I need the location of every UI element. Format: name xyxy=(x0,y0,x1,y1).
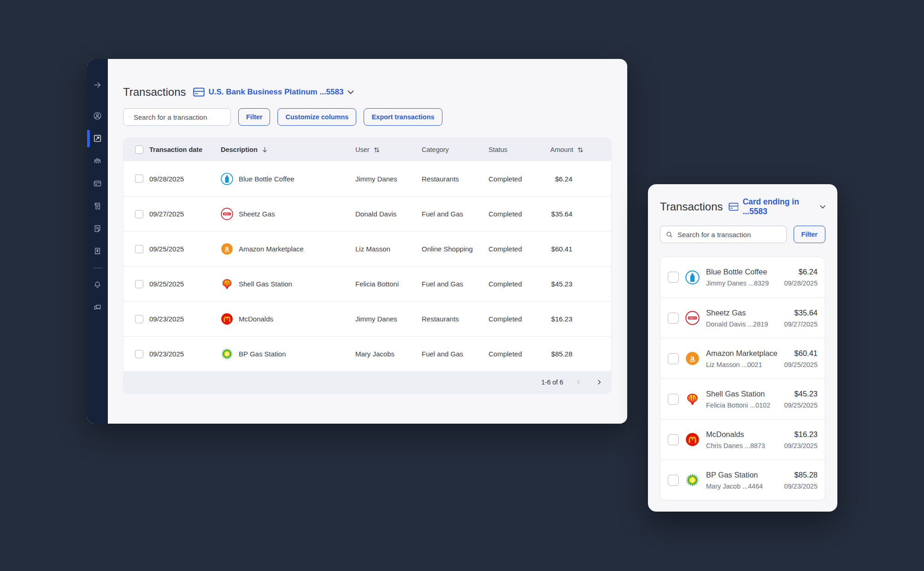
search-icon xyxy=(129,113,129,121)
transaction-amount: $6.24 xyxy=(549,161,611,196)
transaction-date: 09/28/2025 xyxy=(149,161,221,196)
transaction-user: Mary Jacobs xyxy=(355,337,422,371)
transaction-status: Completed xyxy=(488,302,549,336)
item-checkbox[interactable] xyxy=(668,434,679,445)
statements-icon[interactable] xyxy=(87,195,108,217)
transaction-amount: $16.23 xyxy=(795,430,818,439)
merchant-name: BP Gas Station xyxy=(239,350,286,358)
cards-icon[interactable] xyxy=(87,172,108,195)
transaction-date: 09/25/2025 xyxy=(784,402,818,409)
next-page-button[interactable] xyxy=(594,378,604,387)
notifications-icon[interactable] xyxy=(87,274,108,296)
item-checkbox[interactable] xyxy=(668,394,679,405)
filter-button[interactable]: Filter xyxy=(794,226,825,243)
transaction-date: 09/28/2025 xyxy=(784,280,818,287)
row-checkbox[interactable] xyxy=(135,175,143,183)
column-header-description[interactable]: Description xyxy=(221,138,355,161)
mobile-toolbar: Filter xyxy=(660,226,825,243)
list-item[interactable]: Blue Bottle Coffee $6.24 Jimmy Danes ...… xyxy=(660,257,825,297)
invoices-icon[interactable] xyxy=(87,240,108,262)
row-checkbox[interactable] xyxy=(135,210,143,218)
sheetz-logo-icon: SHEETZ xyxy=(221,208,233,220)
transaction-date: 09/23/2025 xyxy=(149,337,221,371)
column-header-status[interactable]: Status xyxy=(488,138,549,161)
desktop-title-row: Transactions U.S. Bank Business Platinum… xyxy=(123,86,627,99)
transaction-date: 09/23/2025 xyxy=(149,302,221,336)
row-checkbox[interactable] xyxy=(135,245,143,253)
transaction-user-masked: Jimmy Danes ...8329 xyxy=(706,280,769,287)
merchant-name: Shell Gas Station xyxy=(239,280,292,288)
row-checkbox[interactable] xyxy=(135,350,143,358)
list-item[interactable]: SHEETZ Sheetz Gas $35.64 Donald Davis ..… xyxy=(660,297,825,338)
transaction-category: Fuel and Gas xyxy=(422,267,488,301)
merchant-name: Blue Bottle Coffee xyxy=(239,175,294,183)
export-transactions-button[interactable]: Export transactions xyxy=(364,108,442,126)
item-checkbox[interactable] xyxy=(668,313,679,324)
column-header-amount[interactable]: Amount xyxy=(549,138,611,161)
account-icon[interactable] xyxy=(87,105,108,127)
select-all-checkbox[interactable] xyxy=(135,146,143,154)
desktop-app-window: Transactions U.S. Bank Business Platinum… xyxy=(87,59,627,424)
sort-both-icon xyxy=(373,146,381,154)
column-header-transaction-date[interactable]: Transaction date xyxy=(149,138,221,161)
search-box xyxy=(123,108,231,126)
item-checkbox[interactable] xyxy=(668,475,679,486)
table-row[interactable]: 09/25/2025 a Amazon Marketplace Liz Mass… xyxy=(124,231,611,266)
team-icon[interactable] xyxy=(87,150,108,172)
transaction-user-masked: Felicia Bottoni ...0102 xyxy=(706,402,770,409)
transaction-amount: $35.64 xyxy=(549,197,611,231)
svg-text:SHEETZ: SHEETZ xyxy=(689,317,696,319)
credit-card-icon xyxy=(193,87,205,97)
documents-icon[interactable] xyxy=(87,217,108,240)
expand-sidebar-arrow-icon[interactable] xyxy=(87,74,108,96)
search-input[interactable] xyxy=(677,231,781,239)
search-input[interactable] xyxy=(134,113,225,121)
list-item[interactable]: BP Gas Station $85.28 Mary Jacob ...4464… xyxy=(660,460,825,500)
account-selector-label: U.S. Bank Business Platinum ...5583 xyxy=(209,87,344,97)
desktop-toolbar: Filter Customize columns Export transact… xyxy=(123,108,627,126)
transaction-user: Donald Davis xyxy=(355,197,422,231)
transactions-insights-icon[interactable] xyxy=(87,127,108,150)
table-header: Transaction date Description User Catego… xyxy=(124,138,611,161)
table-row[interactable]: 09/23/2025 BP Gas Station Mary Jacobs Fu… xyxy=(124,336,611,371)
list-item[interactable]: a Amazon Marketplace $60.41 Liz Masson .… xyxy=(660,338,825,379)
amazon-logo-icon: a xyxy=(685,351,700,366)
transaction-date: 09/25/2025 xyxy=(784,361,818,368)
row-checkbox[interactable] xyxy=(135,315,143,323)
item-checkbox[interactable] xyxy=(668,272,679,283)
transaction-amount: $85.28 xyxy=(549,337,611,371)
transaction-amount: $60.41 xyxy=(549,232,611,266)
column-header-user[interactable]: User xyxy=(355,138,422,161)
sidebar-divider xyxy=(93,268,103,268)
table-row[interactable]: 09/25/2025 Shell Gas Station Felicia Bot… xyxy=(124,266,611,301)
transaction-amount: $6.24 xyxy=(799,268,818,276)
row-checkbox[interactable] xyxy=(135,280,143,288)
transaction-date: 09/27/2025 xyxy=(784,320,818,328)
amazon-logo-icon: a xyxy=(221,243,233,255)
card-selector[interactable]: Card ending in ...5583 xyxy=(729,197,826,216)
transaction-amount: $60.41 xyxy=(795,349,818,358)
transaction-amount: $85.28 xyxy=(795,471,818,479)
prev-page-button[interactable] xyxy=(574,378,583,387)
item-text: Shell Gas Station $45.23 Felicia Bottoni… xyxy=(706,390,818,409)
table-row[interactable]: 09/23/2025 McDonalds Jimmy Danes Restaur… xyxy=(124,301,611,336)
transaction-user-masked: Mary Jacob ...4464 xyxy=(706,483,763,490)
table-row[interactable]: 09/27/2025 SHEETZ Sheetz Gas Donald Davi… xyxy=(124,196,611,231)
item-checkbox[interactable] xyxy=(668,353,679,364)
table-row[interactable]: 09/28/2025 Blue Bottle Coffee Jimmy Dane… xyxy=(124,161,611,196)
mcdonalds-logo-icon xyxy=(685,432,700,447)
card-selector-label: Card ending in ...5583 xyxy=(742,197,815,216)
list-item[interactable]: Shell Gas Station $45.23 Felicia Bottoni… xyxy=(660,379,825,419)
filter-button[interactable]: Filter xyxy=(238,108,270,126)
transactions-table: Transaction date Description User Catego… xyxy=(123,138,612,394)
transaction-category: Restaurants xyxy=(422,161,488,196)
transaction-date: 09/23/2025 xyxy=(784,483,818,490)
transaction-date: 09/25/2025 xyxy=(149,232,221,266)
merchant-name: Amazon Marketplace xyxy=(239,245,304,253)
column-header-category[interactable]: Category xyxy=(422,138,488,161)
customize-columns-button[interactable]: Customize columns xyxy=(277,108,356,126)
messages-icon[interactable] xyxy=(87,296,108,319)
search-box xyxy=(660,226,787,243)
list-item[interactable]: McDonalds $16.23 Chris Danes ...8873 09/… xyxy=(660,419,825,460)
account-selector[interactable]: U.S. Bank Business Platinum ...5583 xyxy=(193,87,354,97)
